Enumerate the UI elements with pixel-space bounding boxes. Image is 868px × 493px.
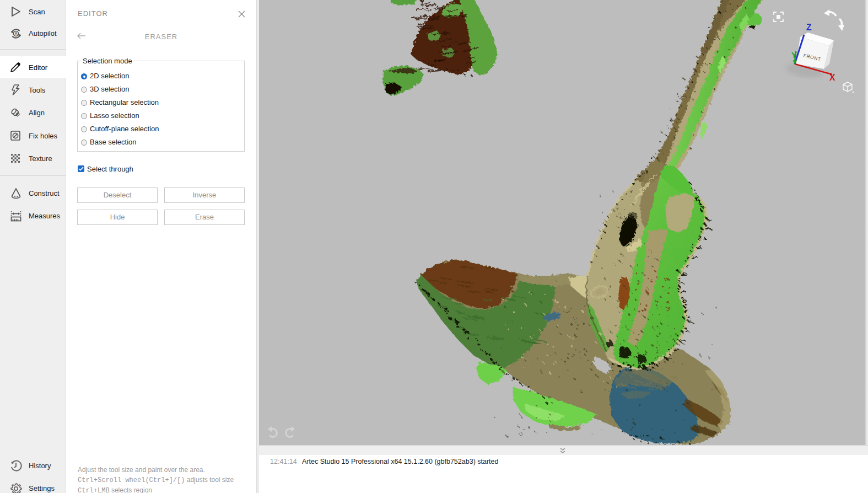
svg-text:Z: Z	[806, 23, 812, 32]
svg-text:X: X	[829, 73, 835, 82]
svg-text:Y: Y	[791, 50, 797, 60]
svg-text:A: A	[14, 31, 18, 36]
